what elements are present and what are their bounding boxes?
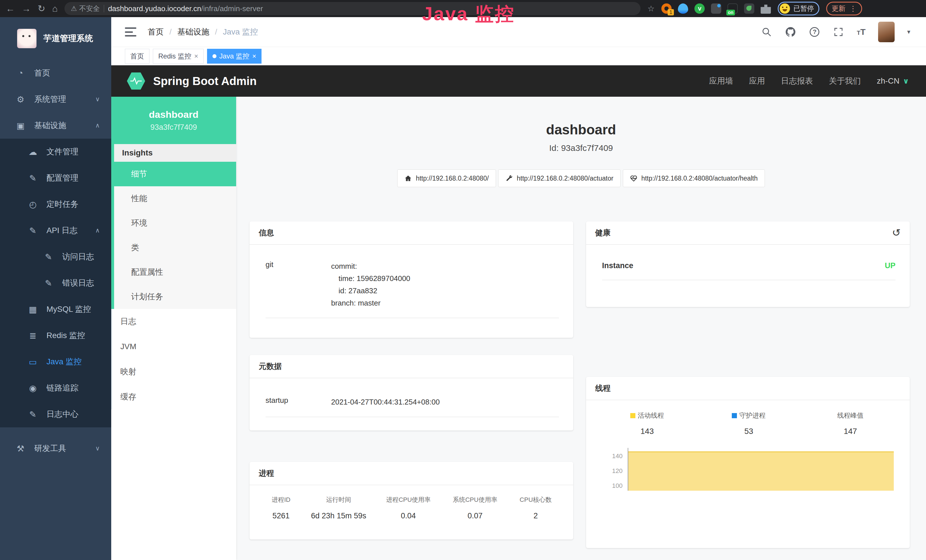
breadcrumb-home[interactable]: 首页 [148, 27, 164, 37]
wrench-icon [505, 175, 513, 182]
caret-down-icon[interactable]: ▾ [907, 28, 910, 36]
process-card-title: 进程 [250, 462, 573, 485]
endpoint-actuator-link[interactable]: http://192.168.0.2:48080/actuator [498, 170, 620, 187]
process-header-process-cpu: 进程CPU使用率 [375, 495, 442, 504]
menu-item-caches[interactable]: 缓存 [111, 384, 236, 409]
main-column: 首页 / 基础设施 / Java 监控 ? [111, 17, 926, 560]
layers-icon: ≣ [27, 331, 38, 341]
endpoint-home-link[interactable]: http://192.168.0.2:48080/ [397, 170, 496, 187]
edit-icon: ✎ [27, 226, 38, 236]
menu-item-jvm[interactable]: JVM [111, 334, 236, 359]
page-subtitle: Id: 93a3fc7f7409 [236, 143, 926, 153]
close-icon[interactable]: × [194, 52, 198, 60]
sba-nav-journal[interactable]: 日志报表 [781, 76, 813, 86]
sidebar-item-config-management[interactable]: ✎ 配置管理 [0, 165, 111, 191]
browser-back-icon[interactable]: ← [6, 4, 15, 13]
extension-on-badge: on [726, 10, 735, 15]
sba-language-select[interactable]: zh-CN ∨ [877, 76, 909, 86]
tags-view-bar: 首页 Redis 监控 × Java 监控 × [111, 47, 926, 65]
sidebar-item-devtools[interactable]: ⚒ 研发工具 ∨ [0, 435, 111, 462]
menu-item-logs[interactable]: 日志 [111, 309, 236, 334]
extension-octotree-icon[interactable]: 1 [661, 3, 672, 14]
extension-vue-devtools-icon[interactable]: v [694, 3, 705, 14]
app-logo-row[interactable]: 芋道管理系统 [0, 17, 111, 60]
info-card-title: 信息 [250, 221, 573, 245]
sidebar-item-error-log[interactable]: ✎ 错误日志 [0, 270, 111, 296]
sidebar-toggle-icon[interactable] [125, 27, 136, 36]
app-title: 芋道管理系统 [43, 33, 93, 44]
sba-nav-wallboard[interactable]: 应用墙 [709, 76, 733, 86]
edit-icon: ✎ [43, 278, 54, 288]
close-icon[interactable]: × [252, 52, 256, 60]
sidebar-item-infrastructure[interactable]: ▣ 基础设施 ∧ [0, 112, 111, 139]
sidebar-item-java-monitor[interactable]: ▭ Java 监控 [0, 349, 111, 375]
fullscreen-icon[interactable] [833, 26, 844, 38]
history-icon[interactable]: ↺ [892, 227, 900, 239]
browser-update-button[interactable]: 更新 ⋮ [826, 2, 862, 15]
sidebar-item-scheduled-tasks[interactable]: ◴ 定时任务 [0, 191, 111, 217]
sidebar-item-log-center[interactable]: ✎ 日志中心 [0, 401, 111, 427]
url-text: dashboard.yudao.iocoder.cn/infra/admin-s… [108, 4, 263, 13]
extensions-puzzle-icon[interactable] [761, 3, 771, 14]
extension-switch-icon[interactable]: on [728, 3, 738, 14]
sidebar-item-access-log[interactable]: ✎ 访问日志 [0, 244, 111, 270]
user-avatar[interactable] [878, 22, 895, 42]
security-warning[interactable]: ⚠ 不安全 [71, 4, 100, 13]
menu-item-config-props[interactable]: 配置属性 [114, 260, 236, 285]
menu-item-classes[interactable]: 类 [114, 235, 236, 260]
extension-badge: 1 [667, 9, 674, 15]
tag-home[interactable]: 首页 [125, 49, 150, 64]
sidebar-item-file-management[interactable]: ☁ 文件管理 [0, 139, 111, 165]
screen: ← → ↻ ⌂ ⚠ 不安全 dashboard.yudao.iocoder.cn… [0, 0, 926, 560]
address-bar[interactable]: ⚠ 不安全 dashboard.yudao.iocoder.cn/infra/a… [65, 2, 640, 15]
sidebar-item-api-log[interactable]: ✎ API 日志 ∧ [0, 217, 111, 244]
sidebar-item-redis-monitor[interactable]: ≣ Redis 监控 [0, 322, 111, 349]
browser-toolbar: ← → ↻ ⌂ ⚠ 不安全 dashboard.yudao.iocoder.cn… [0, 0, 926, 17]
home-icon [404, 175, 412, 182]
breadcrumb: 首页 / 基础设施 / Java 监控 [148, 27, 258, 37]
sba-main-content: dashboard Id: 93a3fc7f7409 http://192.16… [236, 97, 926, 560]
tag-java-monitor[interactable]: Java 监控 × [207, 49, 262, 64]
sidebar-item-system[interactable]: ⚙ 系统管理 ∨ [0, 86, 111, 112]
gear-icon: ⚙ [15, 94, 26, 104]
browser-profile-chip[interactable]: 已暂停 [778, 2, 819, 15]
browser-home-icon[interactable]: ⌂ [52, 4, 57, 13]
browser-menu-dots-icon[interactable]: ⋮ [849, 4, 857, 13]
sba-nav-about[interactable]: 关于我们 [829, 76, 861, 86]
menu-item-environment[interactable]: 环境 [114, 211, 236, 235]
github-icon[interactable] [785, 26, 796, 38]
sidebar-item-trace[interactable]: ◉ 链路追踪 [0, 375, 111, 401]
breadcrumb-infrastructure[interactable]: 基础设施 [177, 27, 209, 37]
active-tag-dot [212, 54, 216, 58]
sidebar-item-mysql-monitor[interactable]: ▦ MySQL 监控 [0, 296, 111, 322]
eye-icon: ◉ [27, 383, 38, 393]
browser-reload-icon[interactable]: ↻ [38, 4, 45, 13]
instance-header[interactable]: dashboard 93a3fc7f7409 [111, 97, 236, 144]
endpoint-health-link[interactable]: http://192.168.0.2:48080/actuator/health [623, 170, 765, 187]
chevron-up-icon: ∧ [95, 122, 100, 129]
extension-grid-icon[interactable] [711, 3, 721, 14]
extension-pin-icon[interactable] [678, 3, 688, 14]
menu-item-details[interactable]: 细节 [114, 162, 236, 186]
cards-right-column: 健康 ↺ Instance UP [586, 221, 910, 548]
edit-icon: ✎ [27, 409, 38, 419]
monitor-icon: ▣ [15, 121, 26, 131]
chevron-down-icon: ∨ [95, 445, 100, 452]
menu-item-scheduled-tasks[interactable]: 计划任务 [114, 285, 236, 309]
tag-redis-monitor[interactable]: Redis 监控 × [153, 49, 204, 64]
sba-brand-title: Spring Boot Admin [153, 75, 257, 88]
admin-sidebar: 芋道管理系统 ◔ 首页 ⚙ 系统管理 ∨ ▣ 基础设施 ∧ ☁ 文件管理 [0, 17, 111, 560]
extension-leaf-icon[interactable] [744, 3, 754, 14]
browser-forward-icon[interactable]: → [22, 4, 31, 13]
font-size-icon[interactable]: TT [857, 27, 865, 37]
menu-item-metrics[interactable]: 性能 [114, 186, 236, 211]
menu-item-mappings[interactable]: 映射 [111, 359, 236, 384]
stat-live-threads: 活动线程 143 [596, 411, 698, 436]
search-icon[interactable] [761, 26, 772, 38]
bookmark-star-icon[interactable]: ☆ [648, 4, 655, 14]
breadcrumb-separator: / [215, 27, 217, 36]
metadata-startup-row: startup 2021-04-27T00:44:31.254+08:00 [265, 386, 559, 417]
help-icon[interactable]: ? [809, 26, 820, 38]
sba-nav-applications[interactable]: 应用 [749, 76, 765, 86]
sidebar-item-home[interactable]: ◔ 首页 [0, 60, 111, 86]
